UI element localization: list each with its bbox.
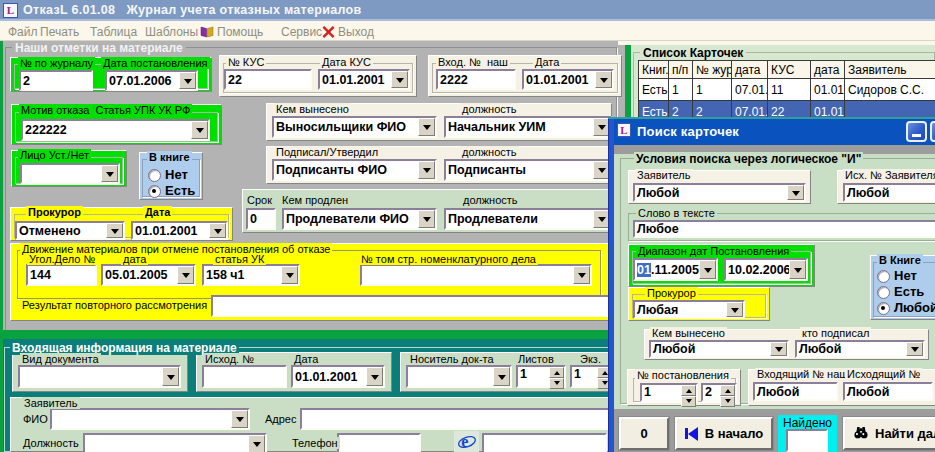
dropdown-arrow-icon[interactable] (418, 118, 435, 136)
kus-date-combo[interactable]: 01.01.2001 (318, 69, 410, 90)
sheets-spinner[interactable]: 1 (516, 365, 566, 388)
menu-table[interactable]: Таблица (90, 25, 137, 39)
dropdown-arrow-icon[interactable] (101, 165, 118, 182)
dlg-out-no-input[interactable]: Любой (843, 183, 935, 202)
volume-combo[interactable] (360, 264, 592, 286)
doc-type-combo[interactable] (18, 365, 181, 388)
prosecutor-date-combo[interactable]: 01.01.2001 (131, 221, 228, 240)
col-date1[interactable]: дата (732, 61, 768, 79)
dropdown-arrow-icon[interactable] (595, 71, 612, 88)
prolonged-by-combo[interactable]: Продлеватели ФИО (282, 208, 437, 230)
col-pp[interactable]: п/п (669, 61, 693, 79)
post-combo[interactable] (83, 433, 267, 452)
find-next-button[interactable]: Найти далее (843, 417, 935, 450)
signed-by-combo[interactable]: Подписанты ФИО (272, 159, 437, 181)
col-book[interactable]: Книг. (639, 61, 669, 79)
dropdown-arrow-icon[interactable] (248, 435, 265, 452)
dlg-applicant-combo[interactable]: Любой (633, 183, 806, 202)
card-row-1[interactable]: Есть 1 1 07.01. 11 01.01. Сидоров С.С. (639, 79, 935, 101)
in-book-no-radio[interactable] (148, 169, 161, 182)
spin-down-icon[interactable] (549, 378, 564, 389)
spin-down-icon[interactable] (720, 396, 735, 407)
col-kus[interactable]: КУС (768, 61, 811, 79)
incoming-our-input[interactable]: Любой (753, 382, 838, 401)
dropdown-arrow-icon[interactable] (789, 260, 806, 279)
case-no-input[interactable]: 144 (26, 264, 97, 286)
dlg-book-no-radio[interactable] (877, 270, 890, 283)
dlg-issued-by-combo[interactable]: Любой (649, 340, 789, 358)
case-date-combo[interactable]: 05.01.2005 (101, 264, 196, 286)
found-input[interactable] (786, 429, 828, 452)
dropdown-arrow-icon[interactable] (231, 410, 248, 428)
address-input[interactable] (300, 408, 610, 430)
journal-no-input[interactable]: 2 (19, 70, 93, 91)
menu-exit[interactable]: Выход (322, 25, 374, 41)
date-from-combo[interactable]: 01.11.2005 (633, 258, 718, 281)
dialog-minimize-button[interactable] (906, 121, 927, 142)
decree-no-spinner-1[interactable]: 1 (640, 383, 698, 402)
dropdown-arrow-icon[interactable] (366, 367, 383, 386)
dropdown-arrow-icon[interactable] (281, 266, 298, 284)
term-input[interactable]: 0 (246, 208, 276, 230)
out-no-input[interactable] (202, 365, 287, 388)
dialog-maximize-button[interactable] (930, 121, 935, 142)
prolonged-post-combo[interactable]: Продлеватели (444, 208, 612, 230)
email-input[interactable] (482, 433, 607, 452)
decree-no-spinner-2[interactable]: 2 (701, 383, 737, 402)
issued-by-combo[interactable]: Выносильщики ФИО (272, 116, 437, 138)
table-cell[interactable]: 11 (768, 79, 811, 101)
person-combo[interactable] (20, 163, 120, 184)
menu-templates[interactable]: Шаблоны (145, 25, 198, 39)
table-cell[interactable]: 1 (693, 79, 732, 101)
dlg-book-any-radio[interactable] (877, 302, 890, 315)
col-date2[interactable]: дата (811, 61, 845, 79)
fio-combo[interactable] (50, 408, 250, 430)
table-cell[interactable]: Сидоров С.С. (845, 79, 935, 101)
table-cell[interactable]: Есть (639, 79, 669, 101)
result-repeat-input[interactable] (211, 295, 611, 317)
in-book-yes-radio[interactable] (148, 185, 161, 198)
spin-up-icon[interactable] (720, 385, 735, 396)
date-to-combo[interactable]: 10.02.2006 (724, 258, 808, 281)
dropdown-arrow-icon[interactable] (493, 367, 510, 386)
col-journal[interactable]: № жур (693, 61, 732, 79)
motive-combo[interactable]: 222222 (21, 119, 210, 141)
dropdown-arrow-icon[interactable] (770, 342, 787, 356)
dropdown-arrow-icon[interactable] (179, 72, 196, 89)
prosecutor-combo[interactable]: Отменено (15, 221, 125, 240)
dropdown-arrow-icon[interactable] (106, 223, 123, 238)
menu-print[interactable]: Печать (40, 25, 79, 39)
spin-down-icon[interactable] (681, 396, 696, 407)
to-start-button[interactable]: В начало (675, 417, 773, 450)
decision-date-combo[interactable]: 07.01.2006 (105, 70, 198, 91)
kus-no-input[interactable]: 22 (224, 69, 312, 90)
table-cell[interactable]: 01.01. (811, 79, 845, 101)
spin-up-icon[interactable] (549, 367, 564, 378)
count-button[interactable]: 0 (619, 417, 669, 450)
dropdown-arrow-icon[interactable] (191, 121, 208, 139)
word-input[interactable]: Любое (633, 220, 935, 238)
table-cell[interactable]: 07.01. (732, 79, 768, 101)
issued-post-combo[interactable]: Начальник УИМ (444, 116, 612, 138)
signed-post-combo[interactable]: Подписанты (444, 159, 612, 181)
dropdown-arrow-icon[interactable] (726, 302, 743, 317)
dropdown-arrow-icon[interactable] (573, 266, 590, 284)
table-cell[interactable]: 1 (669, 79, 693, 101)
dropdown-arrow-icon[interactable] (162, 367, 179, 386)
dropdown-arrow-icon[interactable] (177, 266, 194, 284)
dlg-prosecutor-combo[interactable]: Любая (633, 300, 745, 319)
dropdown-arrow-icon[interactable] (209, 223, 226, 238)
dropdown-arrow-icon[interactable] (391, 71, 408, 88)
dlg-book-yes-radio[interactable] (877, 286, 890, 299)
dropdown-arrow-icon[interactable] (699, 260, 716, 279)
outgoing-input[interactable]: Любой (843, 382, 933, 401)
phone-input[interactable] (337, 433, 421, 452)
dropdown-arrow-icon[interactable] (418, 161, 435, 179)
incoming-no-input[interactable]: 2222 (436, 69, 516, 90)
incoming-date-combo[interactable]: 01.01.2001 (522, 69, 614, 90)
dropdown-arrow-icon[interactable] (906, 342, 923, 356)
dropdown-arrow-icon[interactable] (787, 185, 804, 200)
internet-explorer-icon[interactable]: e (454, 431, 479, 452)
article-combo[interactable]: 158 ч1 (202, 264, 300, 286)
dropdown-arrow-icon[interactable] (418, 210, 435, 228)
